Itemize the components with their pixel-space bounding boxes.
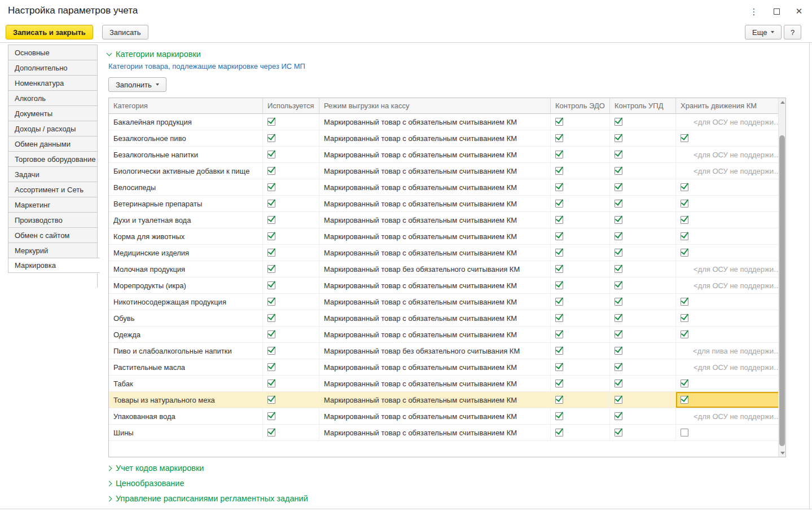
used-checkbox[interactable] [267,232,275,240]
collapsed-section-1[interactable]: Учет кодов маркировки [107,464,790,473]
upd-checkbox[interactable] [615,134,622,142]
cell-cash-mode[interactable]: Маркированный товар с обязательным считы… [319,408,551,424]
used-checkbox[interactable] [267,167,275,175]
used-checkbox[interactable] [267,249,275,257]
cell-cash-mode[interactable]: Маркированный товар без обязательного сч… [319,343,551,359]
cell-used[interactable] [263,147,319,162]
used-checkbox[interactable] [267,298,275,306]
edo-checkbox[interactable] [555,249,563,257]
cell-used[interactable] [263,277,319,293]
cell-upd-control[interactable] [610,277,676,293]
km-checkbox[interactable] [681,249,688,257]
more-button[interactable]: Еще [745,25,782,39]
upd-checkbox[interactable] [615,232,622,240]
cell-cash-mode[interactable]: Маркированный товар с обязательным считы… [319,359,551,375]
edo-checkbox[interactable] [555,151,563,158]
cell-category[interactable]: Безалкогольные напитки [109,147,263,162]
cell-store-km[interactable]: <для ОСУ не поддержи… [676,163,785,179]
cell-store-km[interactable]: <для ОСУ не поддержи… [676,147,785,162]
edo-checkbox[interactable] [555,183,563,191]
edo-checkbox[interactable] [555,380,563,387]
cell-cash-mode[interactable]: Маркированный товар с обязательным считы… [319,228,551,244]
used-checkbox[interactable] [267,314,275,322]
used-checkbox[interactable] [267,412,275,420]
scroll-down-icon[interactable] [779,449,786,457]
sidebar-tab-1[interactable]: Основные [8,45,98,60]
cell-edo-control[interactable] [551,179,610,195]
cell-store-km[interactable]: <для ОСУ не поддержи… [676,277,785,293]
sidebar-tab-6[interactable]: Доходы / расходы [8,121,98,136]
upd-checkbox[interactable] [615,281,622,289]
cell-upd-control[interactable] [610,245,676,261]
cell-used[interactable] [263,196,319,211]
cell-cash-mode[interactable]: Маркированный товар с обязательным считы… [319,245,551,261]
km-checkbox[interactable] [681,200,688,208]
help-button[interactable]: ? [784,25,801,39]
sidebar-tab-12[interactable]: Производство [8,212,98,227]
cell-cash-mode[interactable]: Маркированный товар без обязательного сч… [319,261,551,277]
cell-upd-control[interactable] [610,130,676,146]
close-icon[interactable]: ✕ [792,5,806,18]
upd-checkbox[interactable] [615,330,622,338]
cell-store-km[interactable] [676,376,785,391]
cell-edo-control[interactable] [551,228,610,244]
cell-used[interactable] [263,163,319,179]
cell-used[interactable] [263,310,319,326]
save-and-close-button[interactable]: Записать и закрыть [6,25,93,39]
edo-checkbox[interactable] [555,396,563,404]
cell-category[interactable]: Никотиносодержащая продукция [109,294,263,310]
sidebar-tab-8[interactable]: Торговое оборудование [8,151,98,166]
cell-edo-control[interactable] [551,261,610,277]
cell-upd-control[interactable] [610,376,676,391]
edo-checkbox[interactable] [555,134,563,142]
edo-checkbox[interactable] [555,216,563,224]
cell-store-km[interactable] [676,245,785,261]
used-checkbox[interactable] [267,363,275,371]
cell-upd-control[interactable] [610,294,676,310]
cell-category[interactable]: Безалкогольное пиво [109,130,263,146]
fill-button[interactable]: Заполнить [108,77,166,92]
cell-store-km[interactable] [676,212,785,228]
cell-used[interactable] [263,261,319,277]
cell-category[interactable]: Растительные масла [109,359,263,375]
cell-upd-control[interactable] [610,196,676,211]
cell-upd-control[interactable] [610,163,676,179]
cell-edo-control[interactable] [551,359,610,375]
cell-edo-control[interactable] [551,212,610,228]
used-checkbox[interactable] [267,429,275,436]
cell-upd-control[interactable] [610,359,676,375]
cell-upd-control[interactable] [610,425,676,440]
cell-category[interactable]: Велосипеды [109,179,263,195]
cell-cash-mode[interactable]: Маркированный товар с обязательным считы… [319,114,551,130]
cell-edo-control[interactable] [551,196,610,211]
cell-upd-control[interactable] [610,343,676,359]
cell-cash-mode[interactable]: Маркированный товар с обязательным считы… [319,212,551,228]
scroll-up-icon[interactable] [779,98,786,106]
cell-used[interactable] [263,130,319,146]
cell-edo-control[interactable] [551,114,610,130]
upd-checkbox[interactable] [615,151,622,158]
sidebar-tab-5[interactable]: Документы [8,105,98,121]
cell-edo-control[interactable] [551,130,610,146]
upd-checkbox[interactable] [615,265,622,273]
sidebar-tab-3[interactable]: Номенклатура [8,75,98,90]
vertical-scrollbar[interactable] [778,98,785,457]
cell-cash-mode[interactable]: Маркированный товар с обязательным считы… [319,294,551,310]
cell-upd-control[interactable] [610,408,676,424]
cell-used[interactable] [263,245,319,261]
cell-edo-control[interactable] [551,408,610,424]
cell-used[interactable] [263,359,319,375]
cell-upd-control[interactable] [610,392,676,408]
sidebar-tab-14[interactable]: Меркурий [8,242,98,258]
cell-category[interactable]: Товары из натурального меха [109,392,263,408]
upd-checkbox[interactable] [615,298,622,306]
cell-used[interactable] [263,327,319,342]
cell-edo-control[interactable] [551,425,610,440]
used-checkbox[interactable] [267,347,275,355]
cell-store-km[interactable] [676,294,785,310]
cell-cash-mode[interactable]: Маркированный товар с обязательным считы… [319,310,551,326]
cell-upd-control[interactable] [610,327,676,342]
km-checkbox[interactable] [681,396,688,404]
cell-store-km[interactable]: <для пива не поддержи… [676,343,785,359]
cell-upd-control[interactable] [610,228,676,244]
